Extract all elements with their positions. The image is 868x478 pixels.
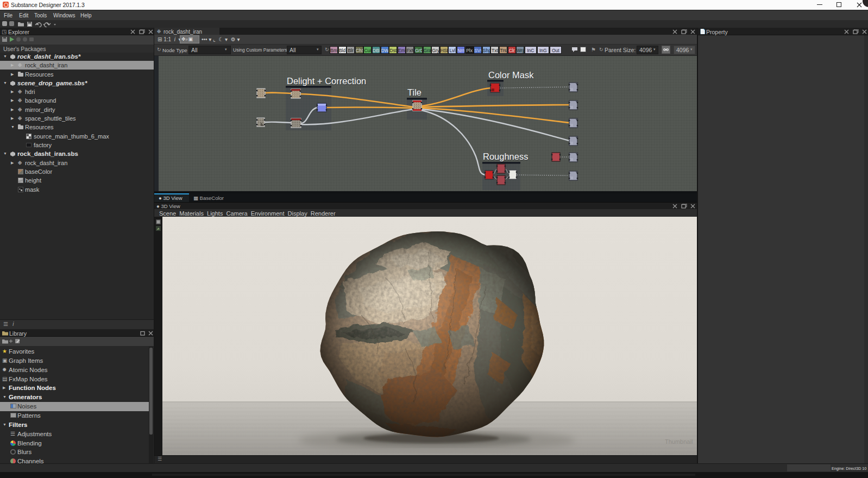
svg-text:Color Mask: Color Mask: [488, 70, 534, 80]
svg-text:Thumbnail: Thumbnail: [665, 438, 693, 445]
svg-text:Roughness: Roughness: [483, 152, 528, 161]
svg-text:Tile: Tile: [407, 87, 422, 97]
svg-text:Delight + Correction: Delight + Correction: [287, 76, 366, 86]
